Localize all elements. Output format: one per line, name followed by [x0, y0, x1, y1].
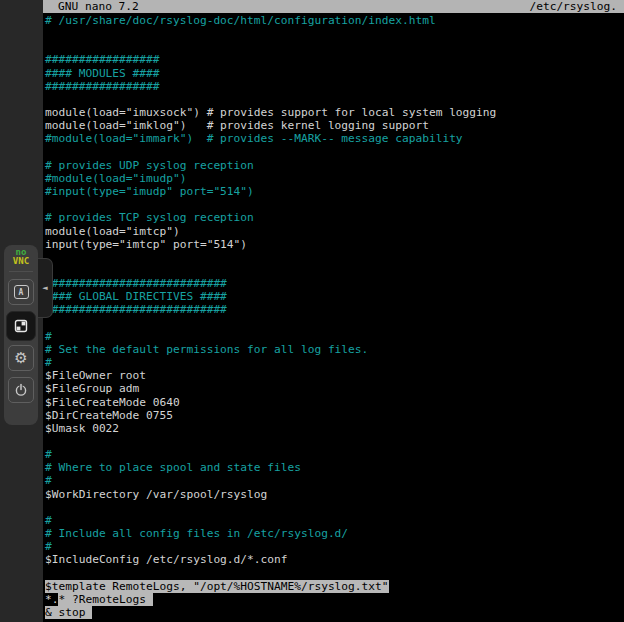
editor-line — [45, 93, 496, 106]
editor-line: # Set the default permissions for all lo… — [45, 343, 496, 356]
collapse-arrow-icon: ◄ — [42, 285, 47, 292]
editor-line: $template RemoteLogs, "/opt/%HOSTNAME%/r… — [45, 580, 496, 593]
editor-line — [45, 567, 496, 580]
editor-line: #input(type="imudp" port="514") — [45, 185, 496, 198]
panel-divider — [9, 271, 33, 272]
keyboard-icon: A — [14, 285, 29, 299]
panel-collapse-handle[interactable]: ◄ — [38, 258, 53, 318]
novnc-logo-vnc: VNC — [13, 257, 29, 266]
editor-line: $FileGroup adm — [45, 382, 496, 395]
nano-titlebar: GNU nano 7.2 /etc/rsyslog. — [43, 0, 624, 13]
terminal[interactable]: GNU nano 7.2 /etc/rsyslog. # /usr/share/… — [43, 0, 624, 622]
editor-line: #module(load="imudp") — [45, 172, 496, 185]
editor-line: #### MODULES #### — [45, 67, 496, 80]
editor-line: # — [45, 514, 496, 527]
editor-line: $WorkDirectory /var/spool/rsyslog — [45, 488, 496, 501]
editor-line: # — [45, 448, 496, 461]
editor-line: # — [45, 356, 496, 369]
editor-line: module(load="imtcp") — [45, 225, 496, 238]
editor-line — [45, 251, 496, 264]
nano-file-path: /etc/rsyslog. — [529, 0, 617, 13]
gear-icon: ⚙ — [14, 351, 27, 366]
editor-line: module(load="imklog") # provides kernel … — [45, 119, 496, 132]
editor-line: # — [45, 540, 496, 553]
editor-line: & stop — [45, 606, 496, 619]
editor-line: # provides UDP syslog reception — [45, 159, 496, 172]
editor-line: # Where to place spool and state files — [45, 461, 496, 474]
fullscreen-button[interactable] — [6, 311, 36, 341]
editor-line: $IncludeConfig /etc/rsyslog.d/*.conf — [45, 553, 496, 566]
editor-line: #### GLOBAL DIRECTIVES #### — [45, 290, 496, 303]
editor-line: *.* ?RemoteLogs — [45, 593, 496, 606]
editor-line: # — [45, 474, 496, 487]
editor-line — [45, 40, 496, 53]
novnc-control-panel: no VNC A ⚙ — [4, 245, 38, 425]
editor-line — [45, 146, 496, 159]
editor-line: #module(load="immark") # provides --MARK… — [45, 132, 496, 145]
disconnect-button[interactable] — [8, 377, 34, 403]
editor-line: module(load="imuxsock") # provides suppo… — [45, 106, 496, 119]
settings-button[interactable]: ⚙ — [8, 345, 34, 371]
editor-line — [45, 435, 496, 448]
novnc-logo: no VNC — [13, 248, 29, 266]
editor-line: $DirCreateMode 0755 — [45, 409, 496, 422]
editor-line — [45, 501, 496, 514]
editor-line: ################# — [45, 80, 496, 93]
keyboard-button[interactable]: A — [8, 279, 34, 305]
nano-app-title: GNU nano 7.2 — [58, 0, 139, 13]
editor-line — [45, 317, 496, 330]
editor-line: ################# — [45, 53, 496, 66]
editor-line — [45, 198, 496, 211]
power-icon — [14, 383, 28, 397]
editor-line: ########################### — [45, 277, 496, 290]
editor-line: # provides TCP syslog reception — [45, 211, 496, 224]
editor-line — [45, 27, 496, 40]
editor-line: $FileOwner root — [45, 369, 496, 382]
editor-line: $Umask 0022 — [45, 422, 496, 435]
editor-text: # /usr/share/doc/rsyslog-doc/html/config… — [45, 14, 496, 619]
editor-line: # Include all config files in /etc/rsysl… — [45, 527, 496, 540]
editor-line: $FileCreateMode 0640 — [45, 396, 496, 409]
editor-line: # /usr/share/doc/rsyslog-doc/html/config… — [45, 14, 496, 27]
editor-line: ########################### — [45, 303, 496, 316]
editor-line: input(type="imtcp" port="514") — [45, 238, 496, 251]
editor-line — [45, 264, 496, 277]
editor-line: # — [45, 330, 496, 343]
fullscreen-icon — [14, 319, 28, 333]
